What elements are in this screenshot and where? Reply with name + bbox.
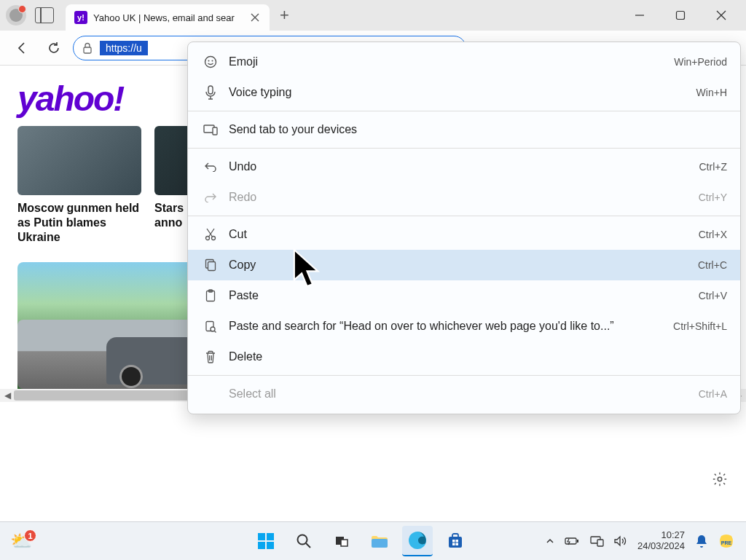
svg-rect-18 bbox=[341, 540, 348, 546]
menu-shortcut: Ctrl+C bbox=[698, 259, 727, 271]
store-button[interactable] bbox=[440, 526, 471, 556]
svg-point-4 bbox=[208, 60, 210, 62]
scroll-left-icon[interactable]: ◀ bbox=[4, 390, 11, 401]
minimize-button[interactable] bbox=[629, 5, 650, 25]
svg-rect-22 bbox=[452, 540, 455, 543]
svg-rect-29 bbox=[597, 540, 603, 546]
menu-shortcut: Ctrl+A bbox=[699, 388, 727, 400]
svg-point-2 bbox=[718, 477, 722, 481]
menu-delete[interactable]: Delete bbox=[188, 342, 740, 372]
menu-select-all: Select all Ctrl+A bbox=[188, 379, 740, 409]
tab-favicon-icon: y! bbox=[74, 11, 87, 24]
menu-separator bbox=[188, 375, 740, 376]
menu-shortcut: Ctrl+X bbox=[699, 229, 727, 240]
svg-rect-27 bbox=[577, 540, 578, 543]
svg-point-15 bbox=[211, 327, 215, 331]
network-icon[interactable] bbox=[589, 535, 604, 547]
volume-icon[interactable] bbox=[614, 535, 627, 547]
menu-separator bbox=[188, 216, 740, 216]
svg-text:PRE: PRE bbox=[721, 540, 732, 545]
svg-rect-24 bbox=[452, 543, 455, 546]
tab-title: Yahoo UK | News, email and sear bbox=[93, 12, 249, 23]
time: 10:27 bbox=[637, 530, 685, 541]
delete-icon bbox=[201, 350, 220, 363]
menu-label: Paste and search for “Head on over to wh… bbox=[229, 320, 673, 333]
menu-label: Copy bbox=[229, 259, 698, 272]
svg-rect-1 bbox=[84, 47, 91, 53]
settings-button[interactable] bbox=[707, 466, 733, 492]
svg-rect-26 bbox=[565, 538, 576, 544]
devices-icon bbox=[201, 124, 220, 135]
back-button[interactable] bbox=[9, 35, 35, 61]
menu-cut[interactable]: Cut Ctrl+X bbox=[188, 219, 740, 250]
microphone-icon bbox=[201, 85, 220, 100]
emoji-icon bbox=[201, 55, 220, 68]
menu-copy[interactable]: Copy Ctrl+C bbox=[188, 250, 740, 280]
menu-shortcut: Win+H bbox=[696, 87, 727, 98]
menu-label: Emoji bbox=[229, 55, 674, 68]
new-tab-button[interactable]: + bbox=[280, 6, 289, 25]
menu-paste[interactable]: Paste Ctrl+V bbox=[188, 280, 740, 311]
svg-point-5 bbox=[212, 60, 213, 62]
menu-voice-typing[interactable]: Voice typing Win+H bbox=[188, 77, 740, 108]
taskview-button[interactable] bbox=[326, 526, 357, 556]
menu-label: Redo bbox=[229, 191, 699, 204]
menu-undo[interactable]: Undo Ctrl+Z bbox=[188, 151, 740, 182]
edge-button[interactable] bbox=[402, 526, 433, 556]
menu-send-tab[interactable]: Send tab to your devices bbox=[188, 114, 740, 145]
browser-tab[interactable]: y! Yahoo UK | News, email and sear bbox=[66, 4, 270, 31]
weather-widget[interactable]: ⛅ 1 bbox=[10, 531, 32, 551]
svg-rect-19 bbox=[372, 539, 388, 548]
context-menu: Emoji Win+Period Voice typing Win+H Send… bbox=[187, 42, 741, 414]
maximize-button[interactable] bbox=[670, 5, 691, 25]
close-button[interactable] bbox=[711, 5, 731, 25]
svg-point-3 bbox=[205, 57, 216, 68]
explorer-button[interactable] bbox=[364, 526, 395, 556]
start-button[interactable] bbox=[251, 526, 281, 556]
search-button[interactable] bbox=[288, 526, 319, 556]
url-text: https://u bbox=[100, 41, 148, 55]
svg-rect-8 bbox=[213, 127, 217, 135]
menu-label: Delete bbox=[229, 350, 727, 363]
lock-icon bbox=[82, 42, 93, 54]
copilot-button[interactable]: PRE bbox=[718, 533, 734, 549]
profile-button[interactable] bbox=[6, 5, 26, 25]
menu-label: Select all bbox=[229, 387, 699, 401]
paste-icon bbox=[201, 289, 220, 302]
tray-chevron-icon[interactable] bbox=[546, 537, 554, 545]
tab-actions-button[interactable] bbox=[35, 7, 54, 23]
svg-rect-21 bbox=[449, 537, 462, 548]
menu-shortcut: Win+Period bbox=[674, 56, 727, 68]
menu-shortcut: Ctrl+Y bbox=[699, 192, 727, 203]
paste-search-icon bbox=[201, 320, 220, 333]
svg-point-16 bbox=[298, 535, 307, 545]
copy-icon bbox=[201, 259, 220, 272]
window-titlebar: y! Yahoo UK | News, email and sear + bbox=[0, 0, 746, 31]
menu-redo: Redo Ctrl+Y bbox=[188, 182, 740, 213]
notification-badge: 1 bbox=[24, 529, 36, 542]
svg-point-10 bbox=[212, 237, 216, 240]
menu-shortcut: Ctrl+Z bbox=[699, 161, 728, 173]
cut-icon bbox=[201, 228, 220, 241]
menu-label: Send tab to your devices bbox=[229, 123, 727, 136]
menu-separator bbox=[188, 148, 740, 149]
date: 24/03/2024 bbox=[637, 541, 685, 552]
menu-paste-search[interactable]: Paste and search for “Head on over to wh… bbox=[188, 311, 740, 342]
menu-emoji[interactable]: Emoji Win+Period bbox=[188, 47, 740, 77]
taskbar: ⛅ 1 10:27 24/03/2024 PRE bbox=[0, 521, 746, 560]
refresh-button[interactable] bbox=[41, 35, 67, 61]
menu-shortcut: Ctrl+V bbox=[699, 290, 727, 301]
menu-label: Voice typing bbox=[229, 86, 696, 99]
menu-label: Paste bbox=[229, 289, 699, 302]
svg-rect-11 bbox=[208, 262, 216, 271]
notifications-button[interactable] bbox=[695, 534, 708, 548]
battery-saver-icon[interactable] bbox=[565, 536, 579, 546]
redo-icon bbox=[201, 192, 220, 202]
story-image bbox=[17, 126, 141, 195]
story-card[interactable]: Moscow gunmen held as Putin blames Ukrai… bbox=[17, 126, 141, 245]
tab-close-button[interactable] bbox=[249, 12, 261, 23]
menu-shortcut: Ctrl+Shift+L bbox=[673, 320, 727, 332]
menu-label: Cut bbox=[229, 228, 699, 241]
clock[interactable]: 10:27 24/03/2024 bbox=[637, 530, 685, 552]
svg-rect-25 bbox=[456, 543, 459, 546]
